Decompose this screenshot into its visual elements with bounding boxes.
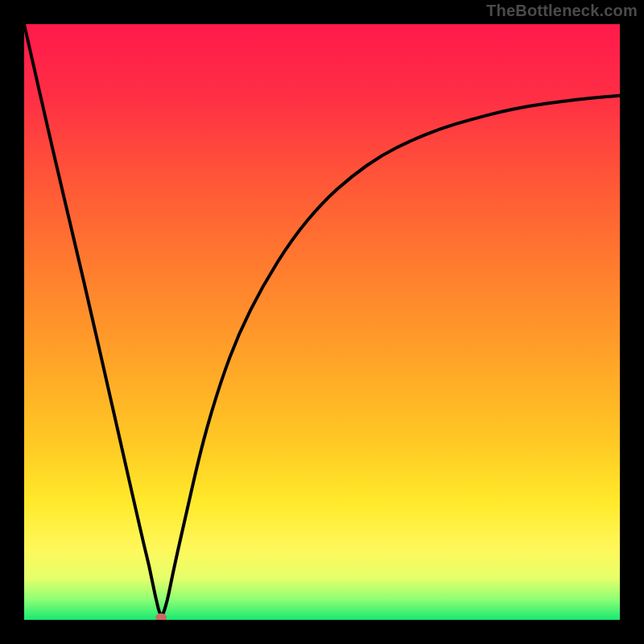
bottleneck-chart: [24, 24, 620, 620]
gradient-background: [24, 24, 620, 620]
watermark-text: TheBottleneck.com: [486, 2, 638, 20]
plot-area: [24, 24, 620, 620]
chart-frame: TheBottleneck.com: [0, 0, 644, 644]
